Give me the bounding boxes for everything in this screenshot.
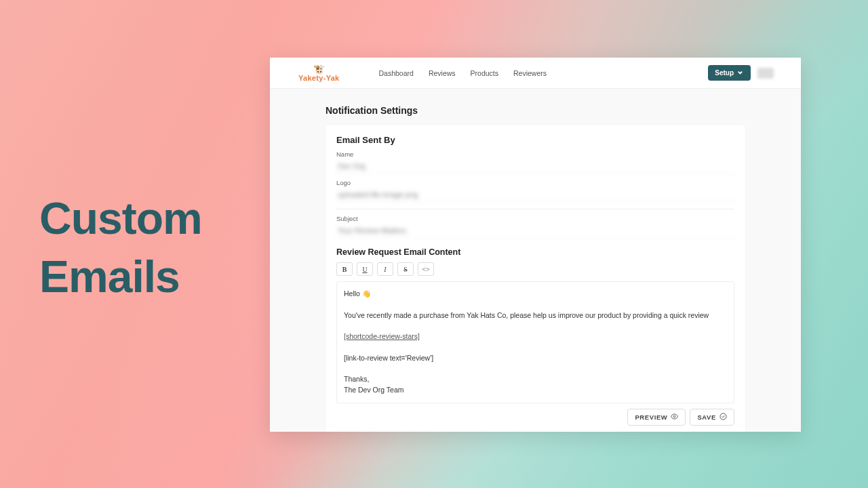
- name-input[interactable]: [336, 159, 734, 174]
- subject-input[interactable]: [336, 224, 734, 238]
- preview-label: PREVIEW: [635, 413, 667, 421]
- chevron-down-icon: [736, 68, 744, 77]
- setup-button[interactable]: Setup: [708, 65, 751, 81]
- editor-toolbar: B U I S <>: [336, 262, 734, 276]
- svg-point-1: [720, 413, 726, 419]
- code-button[interactable]: <>: [418, 262, 434, 276]
- brand-name: Yakety-Yak: [298, 74, 340, 82]
- logo-label: Logo: [336, 179, 734, 186]
- bold-button[interactable]: B: [336, 262, 353, 276]
- strike-button[interactable]: S: [397, 262, 414, 276]
- editor-thanks: Thanks,: [344, 374, 727, 385]
- divider: [336, 209, 734, 209]
- subject-label: Subject: [336, 215, 734, 222]
- italic-button[interactable]: I: [377, 262, 393, 276]
- settings-card: Email Sent By Name Logo Subject Review R…: [326, 125, 745, 432]
- svg-point-0: [674, 415, 676, 418]
- save-button[interactable]: SAVE: [690, 409, 734, 426]
- brand-logo[interactable]: 🐮 Yakety-Yak: [298, 64, 340, 82]
- setup-label: Setup: [715, 69, 734, 77]
- top-bar: 🐮 Yakety-Yak Dashboard Reviews Products …: [270, 58, 801, 89]
- hero-line-1: Custom: [39, 190, 202, 248]
- avatar[interactable]: [757, 68, 774, 79]
- nav-products[interactable]: Products: [471, 69, 498, 77]
- editor-greeting: Hello 👋: [344, 289, 727, 300]
- nav-reviews[interactable]: Reviews: [429, 69, 456, 77]
- logo-input[interactable]: [336, 188, 734, 202]
- save-label: SAVE: [697, 413, 716, 421]
- editor-shortcode: [shortcode-review-stars]: [344, 331, 727, 342]
- page-title: Notification Settings: [326, 105, 745, 116]
- email-body-editor[interactable]: Hello 👋 You've recently made a purchase …: [336, 281, 734, 403]
- name-label: Name: [336, 150, 734, 158]
- editor-line1: You've recently made a purchase from Yak…: [344, 310, 727, 321]
- content-heading: Review Request Email Content: [336, 247, 734, 257]
- nav-reviewers[interactable]: Reviewers: [513, 69, 547, 77]
- main-nav: Dashboard Reviews Products Reviewers: [379, 69, 547, 77]
- nav-dashboard[interactable]: Dashboard: [379, 69, 414, 77]
- action-row: PREVIEW SAVE: [336, 409, 734, 426]
- preview-button[interactable]: PREVIEW: [627, 409, 686, 426]
- yak-icon: 🐮: [313, 64, 325, 74]
- hero-line-2: Emails: [39, 248, 202, 306]
- sent-by-heading: Email Sent By: [336, 135, 734, 145]
- app-window: 🐮 Yakety-Yak Dashboard Reviews Products …: [270, 58, 801, 432]
- editor-link: [link-to-review text='Review']: [344, 353, 727, 364]
- editor-signoff: The Dev Org Team: [344, 385, 727, 396]
- underline-button[interactable]: U: [357, 262, 373, 276]
- hero-caption: Custom Emails: [39, 190, 202, 306]
- check-circle-icon: [719, 413, 727, 422]
- page-content: Notification Settings Email Sent By Name…: [270, 89, 801, 432]
- eye-icon: [671, 413, 678, 422]
